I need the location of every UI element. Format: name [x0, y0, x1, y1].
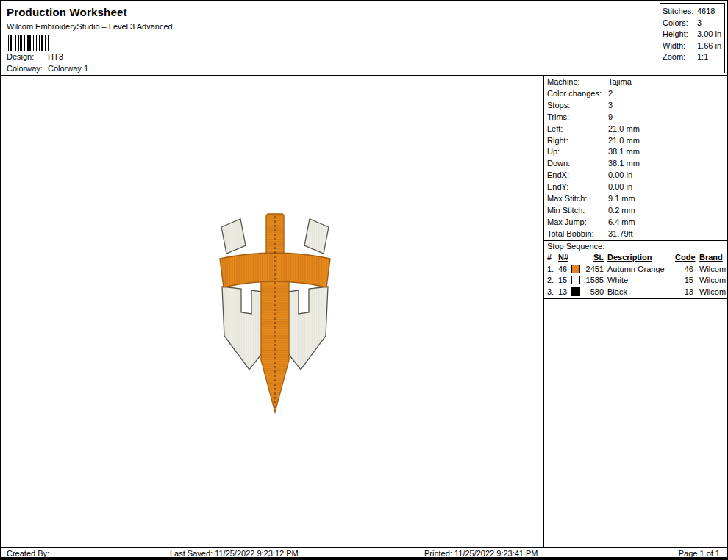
- info-value: 0.2 mm: [608, 205, 635, 217]
- colorway-label: Colorway:: [7, 63, 48, 75]
- color-swatch-white: [571, 276, 580, 284]
- stop-sequence-title: Stop Sequence:: [547, 241, 727, 253]
- info-value: 21.0 mm: [608, 135, 640, 147]
- info-value: 21.0 mm: [608, 123, 640, 135]
- stat-row-colors: Colors:3: [663, 18, 724, 29]
- footer: Created By: Last Saved: 11/25/2022 9:23:…: [1, 547, 727, 559]
- machine-info-row: Total Bobbin:31.79ft: [544, 229, 727, 240]
- row-code: 13: [675, 287, 693, 298]
- stat-label: Stitches:: [663, 6, 697, 18]
- info-value: 6.4 mm: [608, 217, 635, 229]
- stat-row-zoom: Zoom:1:1: [663, 51, 724, 63]
- row-num: 3.: [547, 287, 558, 298]
- design-row: Design: HT3: [1, 51, 727, 63]
- stat-label: Width:: [663, 40, 697, 52]
- info-label: Trims:: [547, 112, 608, 123]
- machine-info-row: EndY:0.00 in: [544, 182, 727, 193]
- machine-info-row: Max Jump:6.4 mm: [544, 217, 727, 229]
- machine-info-row: Trims:9: [544, 112, 727, 123]
- machine-info-row: Stops:3: [544, 100, 727, 112]
- info-label: Down:: [547, 158, 608, 170]
- col-header-st: St.: [585, 252, 604, 264]
- info-label: Right:: [547, 135, 608, 147]
- created-by-label: Created By:: [7, 549, 49, 558]
- row-n: 15: [558, 275, 571, 287]
- info-label: EndX:: [547, 170, 608, 182]
- stop-sequence-row: 2. 15 1585 White 15 Wilcom: [544, 275, 727, 287]
- row-stitches: 580: [585, 287, 604, 298]
- stat-value: 3: [697, 18, 702, 29]
- info-label: Machine:: [547, 76, 608, 88]
- row-n: 13: [558, 287, 571, 298]
- info-value: Tajima: [608, 76, 632, 88]
- header: Production Worksheet Wilcom EmbroiderySt…: [1, 1, 727, 76]
- stat-value: 1:1: [697, 51, 708, 63]
- colorway-row: Colorway: Colorway 1: [1, 63, 727, 75]
- machine-info-list: Machine:Tajima Color changes:2 Stops:3 T…: [544, 76, 727, 241]
- colorway-value: Colorway 1: [48, 63, 88, 75]
- row-code: 15: [675, 275, 693, 287]
- stat-label: Zoom:: [663, 51, 697, 63]
- machine-info-row: Up:38.1 mm: [544, 146, 727, 158]
- design-right-wing: [288, 287, 328, 370]
- stop-sequence-row: 1. 46 2451 Autumn Orange 46 Wilcom: [544, 264, 727, 276]
- info-label: Max Jump:: [547, 217, 608, 229]
- machine-info-row: Right:21.0 mm: [544, 135, 727, 147]
- design-stats-box: Stitches:4618 Colors:3 Height:3.00 in Wi…: [660, 3, 725, 73]
- info-label: Stops:: [547, 100, 608, 112]
- row-n: 46: [558, 264, 571, 276]
- info-value: 38.1 mm: [608, 146, 640, 158]
- row-description: Autumn Orange: [607, 264, 675, 276]
- row-description: White: [607, 275, 675, 287]
- thread-swatch: [571, 264, 585, 276]
- info-value: 9: [608, 112, 613, 123]
- info-label: Min Stitch:: [547, 205, 608, 217]
- stat-label: Colors:: [663, 18, 697, 29]
- production-worksheet-page: Production Worksheet Wilcom EmbroiderySt…: [0, 0, 728, 560]
- thread-swatch: [571, 275, 585, 287]
- barcode: [7, 35, 49, 51]
- app-subtitle: Wilcom EmbroideryStudio – Level 3 Advanc…: [1, 18, 727, 31]
- col-header-num: #: [547, 252, 558, 264]
- row-brand: Wilcom: [699, 287, 726, 298]
- design-value: HT3: [48, 51, 63, 63]
- row-code: 46: [675, 264, 693, 276]
- info-value: 38.1 mm: [608, 158, 640, 170]
- embroidery-design-sword-cross: [219, 212, 331, 415]
- design-left-wing: [222, 287, 263, 370]
- col-header-brand: Brand: [699, 252, 723, 264]
- info-value: 31.79ft: [608, 229, 633, 240]
- stat-row-stitches: Stitches:4618: [663, 6, 724, 18]
- stat-row-height: Height:3.00 in: [663, 29, 724, 40]
- color-swatch-black: [571, 287, 580, 296]
- info-label: Up:: [547, 146, 608, 158]
- info-value: 0.00 in: [608, 170, 632, 182]
- machine-info-row: Max Stitch:9.1 mm: [544, 193, 727, 205]
- info-value: 0.00 in: [608, 182, 632, 193]
- design-top-right-piece: [304, 219, 329, 254]
- info-value: 3: [608, 100, 613, 112]
- info-label: Color changes:: [547, 88, 608, 100]
- stat-row-width: Width:1.66 in: [663, 40, 724, 52]
- info-label: Max Stitch:: [547, 193, 608, 205]
- info-value: 2: [608, 88, 613, 100]
- row-num: 2.: [547, 275, 558, 287]
- body: Machine:Tajima Color changes:2 Stops:3 T…: [1, 76, 727, 547]
- last-saved-text: Last Saved: 11/25/2022 9:23:12 PM: [170, 549, 299, 558]
- machine-info-row: Machine:Tajima: [544, 76, 727, 88]
- info-label: EndY:: [547, 182, 608, 193]
- col-header-code: Code: [675, 252, 693, 264]
- machine-info-row: EndX:0.00 in: [544, 170, 727, 182]
- color-swatch-autumn-orange: [571, 265, 580, 273]
- machine-info-row: Left:21.0 mm: [544, 123, 727, 135]
- design-label: Design:: [7, 51, 48, 63]
- row-stitches: 1585: [585, 275, 604, 287]
- stop-sequence-section: Stop Sequence: # N# St. Description Code…: [544, 241, 727, 300]
- col-header-n: N#: [558, 252, 571, 264]
- row-brand: Wilcom: [699, 275, 726, 287]
- printed-text: Printed: 11/25/2022 9:23:41 PM: [424, 549, 538, 558]
- machine-info-row: Min Stitch:0.2 mm: [544, 205, 727, 217]
- row-num: 1.: [547, 264, 558, 276]
- col-header-description: Description: [607, 252, 675, 264]
- stat-value: 3.00 in: [697, 29, 721, 40]
